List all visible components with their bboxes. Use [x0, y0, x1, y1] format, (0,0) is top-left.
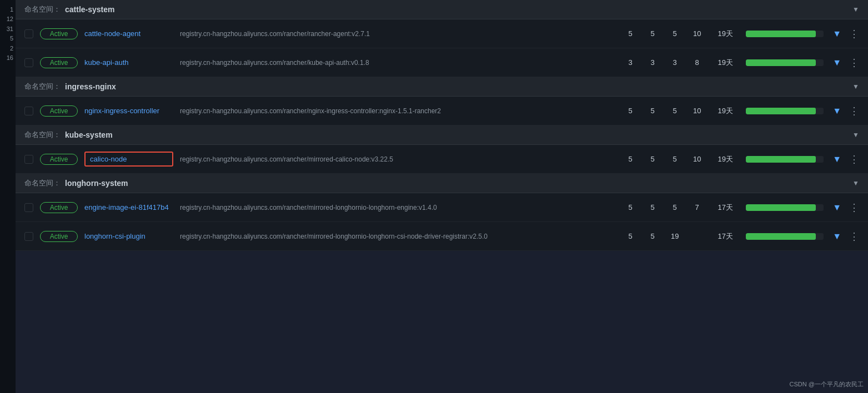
more-options-icon[interactable]: ⋮: [849, 105, 859, 117]
workload-name-longhorn-csi-plugin[interactable]: longhorn-csi-plugin: [84, 232, 173, 240]
num-col-4: 8: [689, 58, 705, 67]
image-path-calico-node: registry.cn-hangzhou.aliyuncs.com/ranche…: [180, 155, 616, 163]
num-col-4: 10: [689, 155, 705, 163]
status-badge: Active: [40, 28, 78, 39]
more-options-icon[interactable]: ⋮: [849, 57, 859, 69]
progress-bar-container: [746, 31, 824, 37]
image-path-cattle-node-agent: registry.cn-hangzhou.aliyuncs.com/ranche…: [180, 30, 616, 38]
row-checkbox-kube-api-auth[interactable]: [24, 58, 33, 67]
more-options-icon[interactable]: ⋮: [849, 230, 859, 243]
num-col-2: 3: [645, 58, 660, 67]
section-cattle-system: 命名空间： cattle-system ▼ Active cattle-node…: [16, 0, 868, 77]
more-options-icon[interactable]: ⋮: [849, 201, 859, 214]
row-checkbox-engine-image[interactable]: [24, 203, 33, 212]
more-options-icon[interactable]: ⋮: [849, 28, 859, 40]
num-col-1: 5: [623, 107, 638, 115]
status-badge: Active: [40, 231, 78, 242]
progress-bar-fill: [746, 108, 816, 114]
table-row: Active engine-image-ei-81f417b4 registry…: [16, 193, 868, 222]
num-col-3: 5: [667, 155, 683, 163]
num-col-2: 5: [645, 155, 660, 163]
row-checkbox-calico-node[interactable]: [24, 155, 33, 164]
table-row: Active nginx-ingress-controller registry…: [16, 97, 868, 125]
num-col-4: 10: [689, 29, 705, 38]
namespace-name-cattle-system: cattle-system: [65, 5, 115, 14]
progress-bar-fill: [746, 233, 816, 240]
progress-bar-fill: [746, 156, 816, 163]
num-col-2: 5: [645, 107, 660, 115]
image-path-kube-api-auth: registry.cn-hangzhou.aliyuncs.com/ranche…: [180, 59, 616, 67]
time-col: 19天: [711, 106, 739, 116]
status-badge: Active: [40, 105, 78, 117]
image-path-nginx-ingress: registry.cn-hangzhou.aliyuncs.com/ranche…: [180, 107, 616, 115]
row-checkbox-nginx-ingress[interactable]: [24, 107, 33, 115]
sidebar-num-31: 31: [0, 25, 16, 33]
chevron-down-icon-longhorn[interactable]: ▼: [852, 179, 859, 187]
num-col-3: 19: [667, 232, 683, 240]
sidebar-num-5: 5: [0, 34, 16, 43]
progress-bar-container: [746, 233, 824, 240]
namespace-name-longhorn-system: longhorn-system: [65, 179, 128, 188]
num-col-4: 7: [689, 203, 705, 211]
workload-name-nginx-ingress[interactable]: nginx-ingress-controller: [84, 107, 173, 115]
time-col: 19天: [711, 154, 739, 164]
chevron-down-icon-cattle[interactable]: ▼: [852, 6, 859, 13]
section-ingress-nginx: 命名空间： ingress-nginx ▼ Active nginx-ingre…: [16, 77, 868, 125]
chevron-down-icon[interactable]: ▼: [832, 29, 841, 39]
more-options-icon[interactable]: ⋮: [849, 153, 859, 165]
table-row: Active calico-node registry.cn-hangzhou.…: [16, 145, 868, 174]
time-col: 19天: [711, 29, 739, 39]
namespace-label-1: 命名空间：: [24, 4, 61, 14]
table-row: Active longhorn-csi-plugin registry.cn-h…: [16, 222, 868, 251]
chevron-down-icon[interactable]: ▼: [832, 203, 841, 213]
table-row: Active kube-api-auth registry.cn-hangzho…: [16, 48, 868, 77]
chevron-down-icon[interactable]: ▼: [832, 58, 841, 68]
num-col-4: 10: [689, 107, 705, 115]
num-col-2: 5: [645, 232, 660, 240]
progress-bar-container: [746, 108, 824, 114]
table-row: Active cattle-node-agent registry.cn-han…: [16, 19, 868, 48]
workload-name-kube-api-auth[interactable]: kube-api-auth: [84, 58, 173, 67]
status-badge: Active: [40, 154, 78, 165]
sidebar-num-2: 2: [0, 44, 16, 53]
workload-name-engine-image[interactable]: engine-image-ei-81f417b4: [84, 203, 173, 211]
watermark: CSDN @一个平凡的农民工: [790, 380, 864, 389]
namespace-label-4: 命名空间：: [24, 178, 61, 188]
num-col-3: 5: [667, 107, 683, 115]
num-col-1: 3: [623, 58, 638, 67]
num-col-3: 5: [667, 203, 683, 211]
image-path-longhorn-csi-plugin: registry.cn-hangzhou.aliyuncs.com/ranche…: [180, 233, 616, 240]
namespace-header-ingress-nginx: 命名空间： ingress-nginx ▼: [16, 77, 868, 97]
namespace-header-cattle-system: 命名空间： cattle-system ▼: [16, 0, 868, 19]
namespace-name-kube-system: kube-system: [65, 130, 113, 139]
chevron-down-icon-kube[interactable]: ▼: [852, 131, 859, 139]
namespace-header-longhorn-system: 命名空间： longhorn-system ▼: [16, 174, 868, 193]
row-checkbox-cattle-node-agent[interactable]: [24, 29, 33, 38]
chevron-down-icon[interactable]: ▼: [832, 154, 841, 164]
main-container: 1 12 31 5 2 16 命名空间： cattle-system ▼ Act…: [0, 0, 868, 393]
sidebar: 1 12 31 5 2 16: [0, 0, 16, 393]
chevron-down-icon[interactable]: ▼: [832, 231, 841, 241]
progress-bar-container: [746, 59, 824, 66]
sidebar-num-1: 1: [0, 6, 16, 14]
workload-name-calico-node[interactable]: calico-node: [84, 152, 173, 167]
time-col: 17天: [711, 203, 739, 213]
sidebar-num-12: 12: [0, 15, 16, 23]
chevron-down-icon-ingress[interactable]: ▼: [852, 83, 859, 90]
chevron-down-icon[interactable]: ▼: [832, 106, 841, 116]
row-checkbox-longhorn-csi-plugin[interactable]: [24, 232, 33, 241]
num-col-1: 5: [623, 155, 638, 163]
num-col-3: 3: [667, 58, 683, 67]
status-badge: Active: [40, 57, 78, 68]
progress-bar-container: [746, 204, 824, 211]
progress-bar-container: [746, 156, 824, 163]
namespace-label-2: 命名空间：: [24, 82, 61, 92]
sidebar-num-16: 16: [0, 54, 16, 62]
workload-name-cattle-node-agent[interactable]: cattle-node-agent: [84, 29, 173, 38]
progress-bar-fill: [746, 59, 816, 66]
num-col-1: 5: [623, 232, 638, 240]
namespace-name-ingress-nginx: ingress-nginx: [65, 82, 116, 91]
num-col-2: 5: [645, 203, 660, 211]
status-badge: Active: [40, 202, 78, 213]
content-area: 命名空间： cattle-system ▼ Active cattle-node…: [16, 0, 868, 251]
